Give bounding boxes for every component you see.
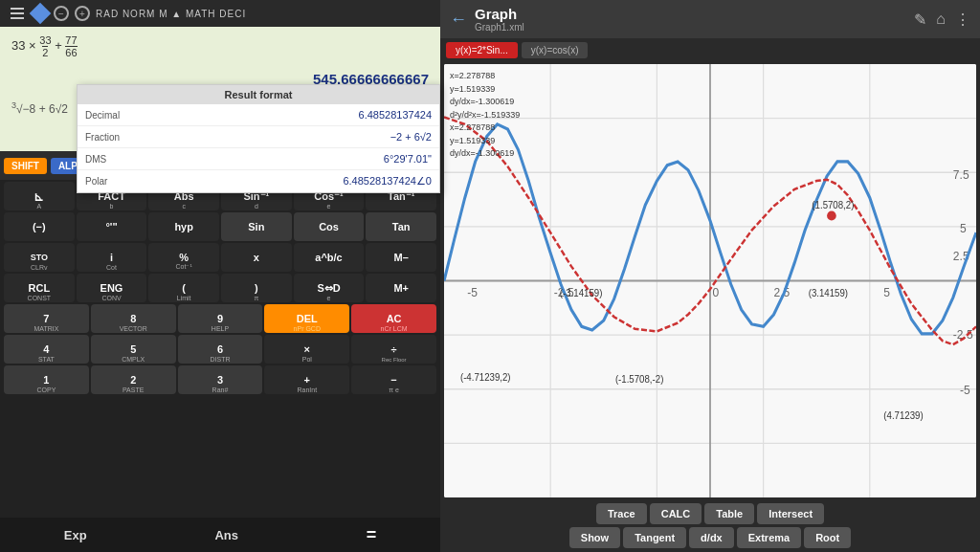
calc-topbar: − + RAD NORM M ▲ MATH DECI [0,0,440,27]
svg-text:(4.71239): (4.71239) [883,410,923,421]
neg-button[interactable]: (−) [4,212,75,241]
graph-btn-row-1: Trace CALC Table Intersect [446,503,974,524]
calc-button[interactable]: CALC [650,503,702,524]
sd-button[interactable]: S⇔De [294,274,365,302]
popup-decimal-row[interactable]: Decimal 6.48528137424 [78,104,439,126]
x-button[interactable]: x [221,243,292,272]
table-button[interactable]: Table [704,503,754,524]
exp-button[interactable]: Exp [53,524,99,546]
btn-9[interactable]: 9HELP [178,304,263,333]
rcl-button[interactable]: RCLCONST [4,274,75,302]
home-icon[interactable]: ⌂ [936,11,946,28]
eng-button[interactable]: ENGCONV [77,274,147,302]
header-icons: ✎ ⌂ ⋮ [914,11,970,29]
graph-info-overlay: x=2.278788 y=1.519339 dy/dx=-1.300619 d²… [450,70,520,161]
info-y2: y=1.519339 [450,135,520,148]
btn-7[interactable]: 7MATRIX [4,304,89,333]
btn-5[interactable]: 5CMPLX [91,335,176,364]
rparen-button[interactable]: )π [221,274,292,302]
plus-circle-icon[interactable]: + [75,6,90,21]
info-y: y=1.519339 [450,83,520,97]
sin-button[interactable]: Sin [221,212,292,241]
btn-2[interactable]: 2PASTE [91,365,176,394]
popup-decimal-value: 6.48528137424 [152,109,432,121]
frac-button[interactable]: a^b/c [294,243,365,272]
i-button[interactable]: iCot [77,243,147,272]
graph-panel: ← Graph Graph1.xml ✎ ⌂ ⋮ y(x)=2*Sin... y… [440,0,980,552]
ans-button[interactable]: Ans [203,524,250,546]
btn-row-123: 1COPY 2PASTE 3Ran# +RanInt −π e [4,365,436,394]
btn-4[interactable]: 4STAT [4,335,89,364]
func-tab-2[interactable]: y(x)=cos(x) [522,42,589,58]
tan-button[interactable]: Tan [366,212,436,241]
root-button[interactable]: Root [804,527,851,548]
deg-min-sec-button[interactable]: °'" [77,212,147,241]
intersect-button[interactable]: Intersect [757,503,824,524]
function-tabs: y(x)=2*Sin... y(x)=cos(x) [440,38,980,62]
btn-1[interactable]: 1COPY [4,365,89,394]
angle-button[interactable]: ⊾A [4,182,75,210]
plus-button[interactable]: +RanInt [264,365,349,394]
hyp-button[interactable]: hyp [148,212,219,241]
divide-button[interactable]: ÷Rec Floor [351,335,436,364]
graph-btn-row-2: Show Tangent d/dx Extrema Root [446,527,974,548]
popup-header: Result format [78,85,439,104]
popup-fraction-value: −2 + 6√2 [152,131,432,143]
btn-3[interactable]: 3Ran# [178,365,263,394]
info-x2: x=2.278788 [450,121,520,135]
popup-dms-row[interactable]: DMS 6°29'7.01" [78,148,439,170]
more-icon[interactable]: ⋮ [955,11,970,29]
percent-button[interactable]: %Cot⁻¹ [148,243,219,272]
graph-header: ← Graph Graph1.xml ✎ ⌂ ⋮ [440,0,980,38]
minus-button[interactable]: −π e [351,365,436,394]
graph-title: Graph [475,6,906,22]
trace-button[interactable]: Trace [596,503,647,524]
cos-button[interactable]: Cos [294,212,365,241]
btn-6[interactable]: 6DISTR [178,335,263,364]
equals-button[interactable]: = [355,521,389,549]
multiply-button[interactable]: ×Pol [264,335,349,364]
btn-row-sto: STOCLRv iCot %Cot⁻¹ x a^b/c M– [4,243,436,272]
mode-labels: RAD NORM M ▲ MATH DECI [96,9,246,19]
graph-svg: 7.5 5 2.5 -2.5 -5 -5 -2.5 0 2.5 5 (-4.71… [444,64,976,497]
tangent-button[interactable]: Tangent [623,527,686,548]
popup-polar-row[interactable]: Polar 6.48528137424∠0 [78,170,439,192]
func-tab-1[interactable]: y(x)=2*Sin... [446,42,518,58]
svg-text:7.5: 7.5 [953,167,969,181]
lparen-button[interactable]: (Limit [148,274,219,302]
show-button[interactable]: Show [569,527,620,548]
popup-polar-value: 6.48528137424∠0 [152,175,432,188]
edit-icon[interactable]: ✎ [914,11,926,29]
extrema-button[interactable]: Extrema [737,527,801,548]
minus-circle-icon[interactable]: − [54,6,69,21]
svg-text:(-3.14159): (-3.14159) [560,288,603,298]
popup-fraction-label: Fraction [85,132,152,143]
del-button[interactable]: DELnPr GCD [264,304,349,333]
svg-text:-5: -5 [467,286,478,299]
svg-text:0: 0 [712,286,719,299]
menu-icon[interactable] [8,4,27,23]
mminus-button[interactable]: M– [366,243,436,272]
info-d2ydx2: d²y/d²x=-1.519339 [450,109,520,122]
diamond-icon [30,3,52,25]
graph-area: x=2.278788 y=1.519339 dy/dx=-1.300619 d²… [444,64,976,497]
display-expression-1: 33 × 332 + 7766 [11,34,429,58]
popup-polar-label: Polar [85,176,152,187]
popup-dms-label: DMS [85,154,152,165]
info-dydx2: dy/dx=-1.300619 [450,147,520,161]
ac-button[interactable]: ACnCr LCM [351,304,436,333]
func-tab-2-label: y(x)=cos(x) [531,45,579,55]
mplus-button[interactable]: M+ [366,274,436,302]
popup-fraction-row[interactable]: Fraction −2 + 6√2 [78,126,439,148]
svg-text:-5: -5 [960,384,970,397]
svg-text:5: 5 [960,222,967,235]
func-tab-1-label: y(x)=2*Sin... [456,45,508,55]
shift-button[interactable]: SHIFT [4,158,47,174]
btn-8[interactable]: 8VECTOR [91,304,176,333]
ddx-graph-button[interactable]: d/dx [689,527,734,548]
info-dydx: dy/dx=-1.300619 [450,96,520,109]
result-format-popup: Result format Decimal 6.48528137424 Frac… [77,84,440,193]
back-button[interactable]: ← [450,10,467,30]
popup-dms-value: 6°29'7.01" [152,153,432,165]
sto-button[interactable]: STOCLRv [4,243,75,272]
